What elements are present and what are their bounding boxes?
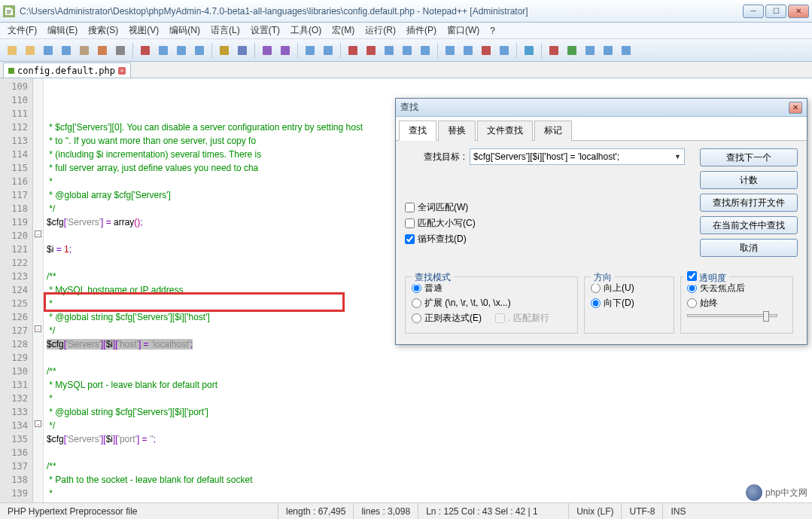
menu-item[interactable]: 视图(V) <box>129 24 159 37</box>
fold-toggle[interactable]: - <box>35 420 41 427</box>
count-button[interactable]: 计数 <box>700 171 798 189</box>
transparency-checkbox[interactable] <box>687 271 697 281</box>
toolbar-button[interactable] <box>156 43 171 58</box>
toolbar-button[interactable] <box>41 43 56 58</box>
mode-regex-radio[interactable]: 正则表达式(E) . 匹配新行 <box>412 312 571 325</box>
file-icon <box>8 68 14 74</box>
toolbar-button[interactable] <box>400 43 415 58</box>
toolbar-button[interactable] <box>442 43 458 58</box>
dialog-tab[interactable]: 查找 <box>399 121 436 141</box>
dir-down-radio[interactable]: 向下(D) <box>591 297 668 310</box>
toolbar-button[interactable] <box>582 43 598 58</box>
status-insert: INS <box>663 503 693 519</box>
menu-item[interactable]: 编码(N) <box>169 24 200 37</box>
close-button[interactable]: ✕ <box>788 5 809 18</box>
menu-item[interactable]: 语言(L) <box>211 24 240 37</box>
svg-rect-25 <box>482 46 491 55</box>
toolbar <box>0 39 812 62</box>
find-all-open-button[interactable]: 查找所有打开文件 <box>700 194 798 212</box>
toolbar-button[interactable] <box>217 43 232 58</box>
svg-rect-2 <box>26 46 35 55</box>
svg-rect-19 <box>366 46 376 55</box>
wrap-around-checkbox[interactable]: 循环查找(D) <box>405 233 476 246</box>
status-length: length : 67,495 <box>278 503 354 519</box>
svg-rect-16 <box>306 46 315 55</box>
menu-item[interactable]: 设置(T) <box>251 24 280 37</box>
maximize-button[interactable]: ☐ <box>765 5 786 18</box>
file-tab[interactable]: config.default.php × <box>3 63 131 78</box>
svg-rect-7 <box>116 46 125 55</box>
find-in-current-button[interactable]: 在当前文件中查找 <box>700 216 798 234</box>
menu-item[interactable]: 插件(P) <box>406 24 436 37</box>
tabbar: config.default.php × <box>0 62 812 78</box>
dialog-titlebar[interactable]: 查找 ✕ <box>396 99 807 117</box>
svg-rect-22 <box>421 46 430 55</box>
transparency-slider[interactable] <box>687 314 777 317</box>
toolbar-button[interactable] <box>564 43 579 58</box>
toolbar-button[interactable] <box>345 43 360 58</box>
dialog-tab[interactable]: 替换 <box>438 121 476 141</box>
dialog-tab[interactable]: 文件查找 <box>477 121 533 141</box>
fold-gutter[interactable]: ---- <box>33 78 44 502</box>
svg-rect-30 <box>585 46 595 55</box>
menu-item[interactable]: 窗口(W) <box>447 24 479 37</box>
dropdown-icon[interactable]: ▼ <box>674 153 681 160</box>
toolbar-button[interactable] <box>23 43 38 58</box>
fold-toggle[interactable]: - <box>35 325 41 332</box>
toolbar-button[interactable] <box>461 43 476 58</box>
toolbar-button[interactable] <box>95 43 110 58</box>
svg-rect-21 <box>403 46 412 55</box>
menu-item[interactable]: 运行(R) <box>365 24 396 37</box>
toolbar-button[interactable] <box>497 43 512 58</box>
menu-item[interactable]: 文件(F) <box>8 24 37 37</box>
menu-item[interactable]: 搜索(S) <box>88 24 118 37</box>
cancel-button[interactable]: 取消 <box>700 239 798 257</box>
dialog-tabs: 查找替换文件查找标记 <box>396 117 807 141</box>
statusbar: PHP Hypertext Preprocessor file length :… <box>0 502 812 519</box>
toolbar-button[interactable] <box>601 43 616 58</box>
line-gutter: 1091101111121131141151161171181191201211… <box>0 78 33 502</box>
toolbar-button[interactable] <box>174 43 189 58</box>
trans-always-radio[interactable]: 始终 <box>687 297 786 310</box>
toolbar-button[interactable] <box>522 43 537 58</box>
menu-item[interactable]: 工具(O) <box>290 24 321 37</box>
whole-word-checkbox[interactable]: 全词匹配(W) <box>405 201 476 214</box>
tab-close-icon[interactable]: × <box>118 67 126 75</box>
toolbar-button[interactable] <box>479 43 494 58</box>
svg-rect-11 <box>195 46 204 55</box>
status-lang: PHP Hypertext Preprocessor file <box>0 503 278 519</box>
watermark: php中文网 <box>746 484 807 501</box>
toolbar-button[interactable] <box>321 43 336 58</box>
find-next-button[interactable]: 查找下一个 <box>700 148 798 166</box>
menu-item[interactable]: 编辑(E) <box>47 24 78 37</box>
svg-rect-32 <box>622 46 631 55</box>
menu-item[interactable]: 宏(M) <box>332 24 354 37</box>
status-eol: Unix (LF) <box>569 503 622 519</box>
toolbar-button[interactable] <box>235 43 250 58</box>
toolbar-button[interactable] <box>546 43 561 58</box>
toolbar-button[interactable] <box>363 43 379 58</box>
toolbar-button[interactable] <box>59 43 74 58</box>
find-target-input[interactable]: $cfg['Servers'][$i]['host'] = 'localhost… <box>470 148 685 165</box>
toolbar-button[interactable] <box>382 43 397 58</box>
toolbar-button[interactable] <box>113 43 128 58</box>
toolbar-button[interactable] <box>77 43 92 58</box>
menu-item[interactable]: ? <box>490 26 495 36</box>
toolbar-button[interactable] <box>278 43 293 58</box>
toolbar-button[interactable] <box>260 43 275 58</box>
minimize-button[interactable]: ─ <box>743 5 764 18</box>
toolbar-button[interactable] <box>303 43 318 58</box>
mode-extended-radio[interactable]: 扩展 (\n, \r, \t, \0, \x...) <box>412 297 571 310</box>
toolbar-button[interactable] <box>619 43 634 58</box>
match-case-checkbox[interactable]: 匹配大小写(C) <box>405 217 476 230</box>
toolbar-button[interactable] <box>5 43 20 58</box>
svg-rect-9 <box>159 46 168 55</box>
find-target-value: $cfg['Servers'][$i]['host'] = 'localhost… <box>473 151 619 162</box>
fold-toggle[interactable]: - <box>35 230 41 237</box>
dialog-close-icon[interactable]: ✕ <box>789 102 802 114</box>
toolbar-button[interactable] <box>418 43 433 58</box>
svg-rect-8 <box>141 46 150 55</box>
toolbar-button[interactable] <box>192 43 207 58</box>
toolbar-button[interactable] <box>138 43 153 58</box>
dialog-tab[interactable]: 标记 <box>534 121 572 141</box>
